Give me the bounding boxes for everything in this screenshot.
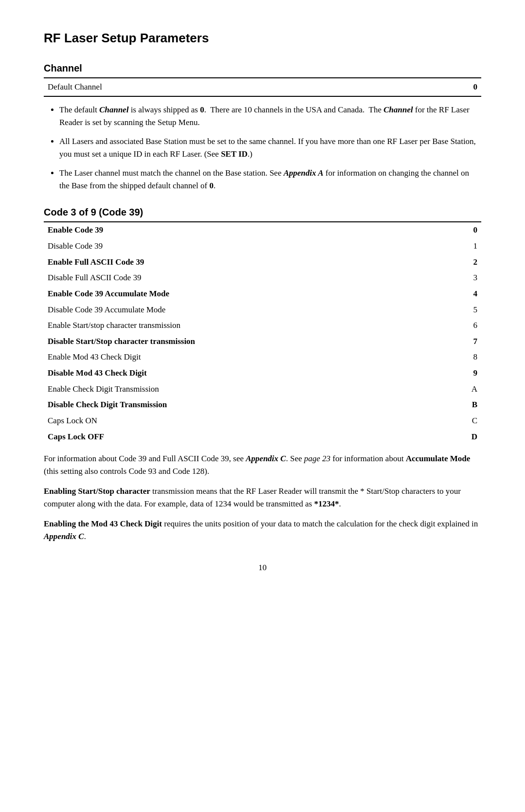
code39-footer-p2: Enabling Start/Stop character transmissi… xyxy=(44,485,481,510)
row-label: Disable Start/Stop character transmissio… xyxy=(44,334,462,350)
table-row: Disable Full ASCII Code 393 xyxy=(44,270,481,286)
channel-bullet-1: The default Channel is always shipped as… xyxy=(59,104,481,128)
channel-bullet-2: All Lasers and associated Base Station m… xyxy=(59,135,481,160)
row-value: 9 xyxy=(462,365,481,381)
row-label: Caps Lock OFF xyxy=(44,429,462,445)
row-value: 7 xyxy=(462,334,481,350)
channel-section: Channel Default Channel 0 The default Ch… xyxy=(44,61,481,192)
row-label: Enable Mod 43 Check Digit xyxy=(44,349,462,365)
row-value: 4 xyxy=(462,286,481,302)
row-value: 6 xyxy=(462,318,481,334)
table-row: Enable Mod 43 Check Digit8 xyxy=(44,349,481,365)
row-value: 8 xyxy=(462,349,481,365)
row-label: Disable Check Digit Transmission xyxy=(44,397,462,413)
row-value: D xyxy=(462,429,481,445)
row-value: 0 xyxy=(462,222,481,238)
table-row: Enable Start/stop character transmission… xyxy=(44,318,481,334)
table-row: Caps Lock ONC xyxy=(44,413,481,429)
table-row: Disable Code 39 Accumulate Mode5 xyxy=(44,302,481,318)
table-row: Enable Code 390 xyxy=(44,222,481,238)
channel-default-row: Default Channel 0 xyxy=(44,78,481,97)
row-label: Enable Code 39 xyxy=(44,222,462,238)
table-row: Enable Full ASCII Code 392 xyxy=(44,254,481,271)
table-row: Disable Code 391 xyxy=(44,238,481,254)
row-value: A xyxy=(462,381,481,397)
row-value: 5 xyxy=(462,302,481,318)
row-label: Enable Check Digit Transmission xyxy=(44,381,462,397)
table-row: Enable Code 39 Accumulate Mode4 xyxy=(44,286,481,302)
channel-label: Default Channel xyxy=(48,81,102,93)
row-label: Disable Mod 43 Check Digit xyxy=(44,365,462,381)
row-value: 1 xyxy=(462,238,481,254)
row-label: Enable Full ASCII Code 39 xyxy=(44,254,462,271)
row-label: Disable Full ASCII Code 39 xyxy=(44,270,462,286)
row-label: Caps Lock ON xyxy=(44,413,462,429)
code39-footer-p1: For information about Code 39 and Full A… xyxy=(44,452,481,477)
table-row: Disable Check Digit TransmissionB xyxy=(44,397,481,413)
code39-heading: Code 3 of 9 (Code 39) xyxy=(44,205,481,222)
row-value: 3 xyxy=(462,270,481,286)
channel-heading: Channel xyxy=(44,61,481,78)
channel-value: 0 xyxy=(473,81,478,93)
row-value: C xyxy=(462,413,481,429)
row-value: 2 xyxy=(462,254,481,271)
channel-bullet-3: The Laser channel must match the channel… xyxy=(59,167,481,192)
row-label: Disable Code 39 Accumulate Mode xyxy=(44,302,462,318)
table-row: Disable Start/Stop character transmissio… xyxy=(44,334,481,350)
page-number: 10 xyxy=(44,562,481,574)
row-label: Enable Code 39 Accumulate Mode xyxy=(44,286,462,302)
row-label: Enable Start/stop character transmission xyxy=(44,318,462,334)
table-row: Enable Check Digit TransmissionA xyxy=(44,381,481,397)
table-row: Caps Lock OFFD xyxy=(44,429,481,445)
code39-footer-p3: Enabling the Mod 43 Check Digit requires… xyxy=(44,518,481,542)
row-value: B xyxy=(462,397,481,413)
channel-bullets: The default Channel is always shipped as… xyxy=(59,104,481,192)
table-row: Disable Mod 43 Check Digit9 xyxy=(44,365,481,381)
code39-section: Code 3 of 9 (Code 39) Enable Code 390Dis… xyxy=(44,205,481,542)
page-title: RF Laser Setup Parameters xyxy=(44,29,481,48)
code39-table: Enable Code 390Disable Code 391Enable Fu… xyxy=(44,222,481,445)
row-label: Disable Code 39 xyxy=(44,238,462,254)
